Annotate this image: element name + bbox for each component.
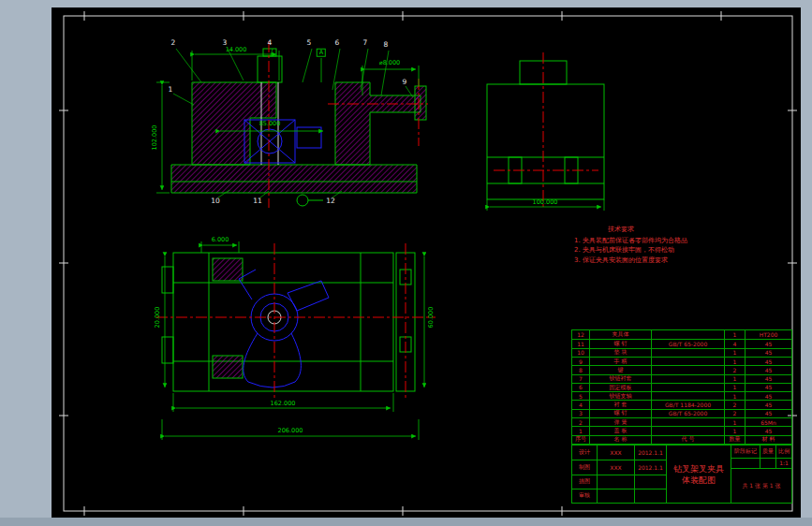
bom-cell: 4 <box>572 400 589 408</box>
bom-cell: 1 <box>724 391 745 400</box>
notes-list: 1. 夹具装配前保证各零部件均为合格品2. 夹具与机床联接牢固，不得松动3. 保… <box>574 236 790 266</box>
signature-cell <box>634 475 666 489</box>
bom-cell: 45 <box>745 426 791 434</box>
mass-value <box>760 458 775 469</box>
signature-cell <box>597 475 634 489</box>
bom-cell: 5 <box>572 391 589 400</box>
bom-cell: 9 <box>572 357 589 365</box>
dim-plan-inner-width: 162.000 <box>271 401 296 407</box>
bom-cell: 固定模板 <box>589 383 651 391</box>
bom-header-cell: 数量 <box>724 435 745 444</box>
bom-cell: 7 <box>572 374 589 383</box>
side-view-outlines <box>487 61 604 199</box>
title-block-info-grid: 阶段标记 质量 比例 1:1 <box>731 446 791 468</box>
side-view-centerlines <box>494 52 598 208</box>
signature-cell: 设计 <box>572 446 597 460</box>
bom-cell: 2 <box>724 409 745 417</box>
balloon-10: 10 <box>211 197 220 205</box>
signature-cell <box>597 489 634 503</box>
bom-cell: 2 <box>572 417 589 426</box>
title-block: 设计XXX2012.1.1制图XXX2012.1.1描图审核 钻叉架叉夹具 体装… <box>571 445 792 504</box>
bom-cell: 螺 钉 <box>589 339 651 347</box>
mass-label: 质量 <box>760 446 775 458</box>
bom-cell: 1 <box>724 348 745 357</box>
scale-label: 比例 <box>775 446 791 458</box>
dim-plan-right: 60.000 <box>428 307 435 329</box>
bom-cell: 铰链支轴 <box>589 391 651 400</box>
desktop-edge <box>0 518 812 526</box>
note-line: 3. 保证夹具安装面的位置度要求 <box>574 256 790 266</box>
bom-cell: 45 <box>745 409 791 417</box>
note-line: 2. 夹具与机床联接牢固，不得松动 <box>574 245 790 256</box>
balloon-9: 9 <box>403 79 407 86</box>
dim-plan-top: 6.000 <box>212 237 229 243</box>
bom-cell: 手 柄 <box>589 357 651 365</box>
bom-cell <box>651 348 724 357</box>
bom-header-cell: 材 料 <box>745 435 791 444</box>
bom-cell: GB/T 65-2000 <box>651 339 724 347</box>
section-view-hatched-parts <box>171 82 426 193</box>
balloon-5: 5 <box>307 39 312 47</box>
bom-cell: GB/T 65-2000 <box>651 409 724 417</box>
bom-table: 12夹具体1HT20011螺 钉GB/T 65-200044510垫 块1459… <box>571 329 792 445</box>
balloon-11: 11 <box>253 197 262 205</box>
balloon-6: 6 <box>335 39 340 47</box>
bom-cell: 2 <box>724 365 745 373</box>
plan-view-dimensions <box>162 241 424 440</box>
bom-cell <box>651 383 724 391</box>
signature-cell: 2012.1.1 <box>634 446 666 460</box>
stage-label: 阶段标记 <box>731 446 760 458</box>
bom-cell: 45 <box>745 339 791 347</box>
stage-value <box>731 458 760 469</box>
bom-cell: 4 <box>724 339 745 347</box>
bom-cell <box>651 330 724 339</box>
sheet-count: 共 1 张 第 1 张 <box>731 468 791 503</box>
bom-cell <box>651 426 724 434</box>
technical-notes: 技术要求 1. 夹具装配前保证各零部件均为合格品2. 夹具与机床联接牢固，不得松… <box>574 225 790 265</box>
bom-cell: 键 <box>589 365 651 373</box>
title-block-signatures: 设计XXX2012.1.1制图XXX2012.1.1描图审核 <box>572 446 666 503</box>
balloon-8: 8 <box>384 41 389 49</box>
bom-cell: 1 <box>724 374 745 383</box>
bom-cell: 45 <box>745 391 791 400</box>
bom-cell: 1 <box>572 426 589 434</box>
bom-cell: 衬 套 <box>589 400 651 408</box>
dim-plan-left: 20.000 <box>155 307 161 329</box>
bom-cell: 2 <box>724 400 745 408</box>
signature-cell: 审核 <box>572 489 597 503</box>
drawing-title-line2: 体装配图 <box>682 475 716 486</box>
bom-cell: 1 <box>724 357 745 365</box>
dim-section-height: 102.000 <box>152 125 158 151</box>
bom-header-cell: 名 称 <box>589 435 651 444</box>
bom-header-cell: 代 号 <box>651 435 724 444</box>
bom-cell: HT200 <box>745 330 791 339</box>
bom-cell: 65Mn <box>745 417 791 426</box>
dim-plan-overall-width: 206.000 <box>278 428 303 434</box>
bom-cell <box>651 391 724 400</box>
bom-cell: 1 <box>724 417 745 426</box>
scale-value: 1:1 <box>775 458 791 469</box>
bom-cell: 45 <box>745 383 791 391</box>
dim-shaft-diameter: ⌀8.000 <box>379 60 401 66</box>
bom-cell: 45 <box>745 400 791 408</box>
title-block-info: 阶段标记 质量 比例 1:1 共 1 张 第 1 张 <box>731 446 791 503</box>
bom-cell: 螺 钉 <box>589 409 651 417</box>
bom-cell: 8 <box>572 365 589 373</box>
balloon-4: 4 <box>268 39 273 47</box>
bom-cell: 11 <box>572 339 589 347</box>
bom-cell: 45 <box>745 365 791 373</box>
dim-side-width: 100.000 <box>533 199 558 206</box>
bom-cell: 12 <box>572 330 589 339</box>
plan-view-hatched-parts <box>213 258 243 378</box>
datum-flag: A <box>317 49 326 57</box>
bom-cell: 1 <box>724 330 745 339</box>
bom-cell: 1 <box>724 383 745 391</box>
bom-cell: 6 <box>572 383 589 391</box>
bom-cell: 盖 板 <box>589 426 651 434</box>
balloon-7: 7 <box>363 39 368 47</box>
bom-cell: 铰链衬套 <box>589 374 651 383</box>
balloon-2: 2 <box>171 39 176 47</box>
bom-cell <box>651 365 724 373</box>
plan-view-fork-part <box>239 270 329 387</box>
bom-cell: 45 <box>745 357 791 365</box>
